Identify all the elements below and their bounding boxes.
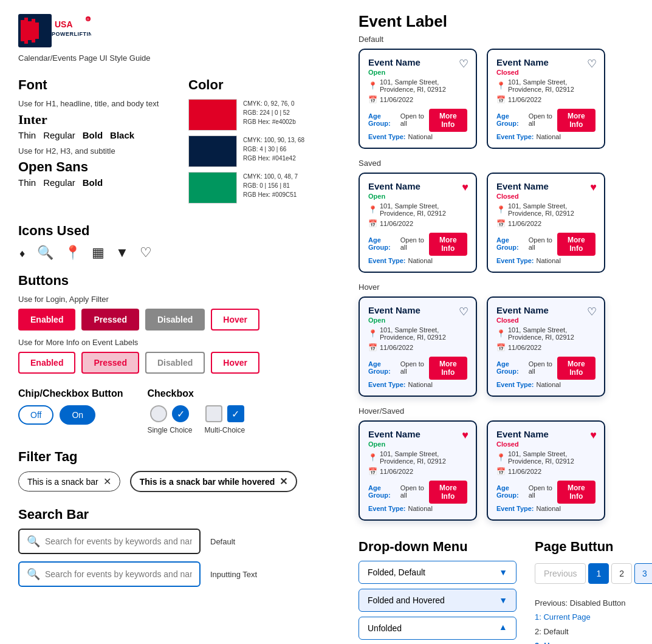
- logo-area: USA POWERLIFTING ®: [18, 12, 334, 49]
- btn-outline-hover[interactable]: Hover: [211, 352, 259, 374]
- checkbox-unchecked[interactable]: [205, 405, 222, 422]
- filter-tag-hovered: This is a snack bar while hovered ✕: [130, 471, 298, 492]
- checkbox-checked[interactable]: ✓: [227, 405, 244, 422]
- heart-icon: ♡: [140, 245, 152, 261]
- btn-pressed-1[interactable]: Pressed: [81, 309, 139, 331]
- more-btn-hc[interactable]: More Info: [557, 357, 595, 380]
- filter-title: Filter Tag: [18, 449, 334, 465]
- location-icon-so: 📍: [368, 205, 377, 214]
- search-default-icon: 🔍: [27, 535, 40, 548]
- dropdown-title: Drop-down Menu: [359, 539, 516, 555]
- btn-enabled-1[interactable]: Enabled: [18, 309, 75, 331]
- heart-hover-closed[interactable]: ♡: [587, 305, 597, 318]
- heart-saved-open[interactable]: ♥: [462, 181, 468, 194]
- card-title-so: Event Name: [368, 181, 467, 191]
- checkbox-section: Checkbox ✓ Single Choice ✓: [147, 388, 245, 434]
- event-card-saved-closed: ♥ Event Name Closed 📍 101, Sample Street…: [487, 173, 605, 273]
- bottom-right: Drop-down Menu Folded, Default ▼ Folded …: [359, 539, 652, 644]
- swatch-green-hex: RGB Hex: #009C51: [243, 190, 298, 199]
- dropdown-folded-hovered[interactable]: Folded and Hovered ▼: [359, 589, 516, 612]
- more-btn-sc[interactable]: More Info: [557, 233, 595, 256]
- btn-outline-pressed[interactable]: Pressed: [81, 352, 139, 374]
- checkbox-types: ✓ Single Choice ✓ Multi-Choice: [147, 405, 245, 434]
- hoversaved-cards-row: ♥ Event Name Open 📍 101, Sample Street, …: [359, 420, 652, 521]
- more-btn-dc[interactable]: More Info: [557, 109, 595, 132]
- heart-default-closed[interactable]: ♡: [587, 57, 597, 70]
- card-status-sc: Closed: [496, 193, 595, 200]
- chip-on-button[interactable]: On: [60, 405, 95, 425]
- filter-tag-close[interactable]: ✕: [103, 476, 111, 487]
- location-icon: 📍: [64, 245, 81, 261]
- inter-regular: Regular: [43, 130, 75, 140]
- search-active-icon: 🔍: [27, 567, 40, 581]
- swatch-red-cmyk: CMYK: 0, 92, 76, 0: [243, 99, 296, 108]
- heart-hoversaved-closed[interactable]: ♥: [590, 429, 597, 442]
- swatch-navy-hex: RGB Hex: #041e42: [243, 154, 304, 163]
- radio-unchecked[interactable]: [150, 405, 167, 422]
- heart-hoversaved-open[interactable]: ♥: [462, 429, 468, 442]
- swatch-red-hex: RGB Hex: #e4002b: [243, 117, 296, 126]
- swatch-navy-info: CMYK: 100, 90, 13, 68 RGB: 4 | 30 | 66 R…: [243, 135, 304, 163]
- card-status-so: Open: [368, 193, 467, 200]
- os-bold: Bold: [83, 177, 103, 188]
- heart-saved-closed[interactable]: ♥: [590, 181, 597, 194]
- radio-checked[interactable]: ✓: [172, 405, 189, 422]
- page-3-button[interactable]: 3: [634, 563, 652, 584]
- swatch-red-rgb: RGB: 224 | 0 | 52: [243, 108, 296, 117]
- search-row-default: 🔍 Default: [18, 529, 334, 554]
- dropdown-section: Drop-down Menu Folded, Default ▼ Folded …: [359, 539, 516, 644]
- btn-hover-1[interactable]: Hover: [211, 309, 259, 331]
- page-1-button[interactable]: 1: [588, 563, 609, 584]
- dropdown-folded-default[interactable]: Folded, Default ▼: [359, 561, 516, 584]
- search-active-label: Inputting Text: [210, 570, 257, 579]
- filter-icon: ▼: [115, 245, 129, 261]
- single-pair: ✓: [150, 405, 189, 422]
- calendar-icon-dc: 📅: [496, 95, 506, 104]
- page-btn-title: Page Buttun: [535, 539, 652, 555]
- dropdown-arrow-down-2: ▼: [499, 595, 507, 605]
- type-val-do: National: [408, 133, 433, 140]
- card-date-text-do: 11/06/2022: [380, 96, 413, 103]
- filter-tag-default: This is a snack bar ✕: [18, 471, 120, 492]
- event-card-hover-closed: ♡ Event Name Closed 📍 101, Sample Street…: [487, 296, 605, 397]
- heart-hover-open[interactable]: ♡: [459, 305, 468, 318]
- page2-note: 2: Default: [535, 625, 652, 639]
- swatch-green-info: CMYK: 100, 0, 48, 7 RGB: 0 | 156 | 81 RG…: [243, 172, 298, 199]
- swatch-navy-cmyk: CMYK: 100, 90, 13, 68: [243, 135, 304, 145]
- more-btn-hso[interactable]: More Info: [429, 481, 467, 504]
- svg-text:®: ®: [87, 18, 90, 21]
- state-default-label: Default: [359, 35, 652, 44]
- opensans-weights: Thin Regular Bold: [18, 177, 164, 188]
- swatch-navy-rgb: RGB: 4 | 30 | 66: [243, 145, 304, 154]
- btn-outline-enabled[interactable]: Enabled: [18, 352, 75, 374]
- pagination: Previous 1 2 3 Next: [535, 563, 652, 584]
- search-input-default[interactable]: [45, 536, 192, 546]
- chip-off-button[interactable]: Off: [18, 405, 53, 425]
- page-2-button[interactable]: 2: [611, 563, 632, 584]
- btn-row2: Enabled Pressed Disabled Hover: [18, 352, 334, 374]
- inter-weights: Thin Regular Bold Black: [18, 130, 164, 140]
- font-desc2: Use for H2, H3, and subtitle: [18, 146, 164, 156]
- dropdown-unfolded-text: Unfolded: [368, 623, 402, 633]
- state-saved-label: Saved: [359, 159, 652, 168]
- more-btn-ho[interactable]: More Info: [429, 357, 467, 380]
- event-card-hoversaved-open: ♥ Event Name Open 📍 101, Sample Street, …: [359, 420, 477, 521]
- swatch-green-cmyk: CMYK: 100, 0, 48, 7: [243, 172, 298, 181]
- card-address-text-dc: 101, Sample Street, Providence, RI, 0291…: [508, 78, 595, 93]
- font-section-title: Font: [18, 77, 164, 93]
- filter-row: This is a snack bar ✕ This is a snack ba…: [18, 471, 334, 492]
- more-btn-hsc[interactable]: More Info: [557, 481, 595, 504]
- saved-cards-row: ♥ Event Name Open 📍 101, Sample Street, …: [359, 173, 652, 273]
- icons-title: Icons Used: [18, 223, 334, 239]
- more-btn-so[interactable]: More Info: [429, 233, 467, 256]
- search-default-label: Default: [210, 537, 235, 546]
- single-choice: ✓ Single Choice: [147, 405, 192, 434]
- more-btn-do[interactable]: More Info: [429, 109, 467, 132]
- filter-tag-hovered-close[interactable]: ✕: [280, 476, 287, 487]
- heart-default-open[interactable]: ♡: [459, 57, 468, 70]
- search-default-wrap: 🔍: [18, 529, 201, 554]
- checkbox-title: Checkbox: [147, 388, 245, 399]
- age-val-dc: Open to all: [529, 112, 555, 127]
- dropdown-unfolded-header[interactable]: Unfolded ▼: [359, 617, 516, 640]
- search-input-active[interactable]: [45, 569, 192, 579]
